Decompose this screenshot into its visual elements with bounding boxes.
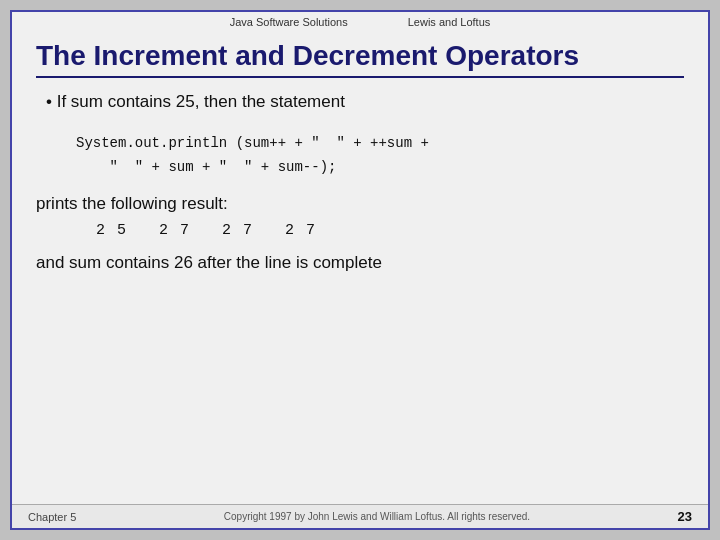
result-values: 25 27 27 27: [96, 222, 684, 239]
code-line-2: " " + sum + " " + sum--);: [76, 159, 336, 175]
summary-text: and sum contains 26 after the line is co…: [36, 253, 684, 273]
result-label: prints the following result:: [36, 194, 684, 214]
slide-content: The Increment and Decrement Operators If…: [12, 30, 708, 504]
code-line-1: System.out.println (sum++ + " " + ++sum …: [76, 135, 429, 151]
code-block: System.out.println (sum++ + " " + ++sum …: [76, 132, 684, 180]
footer-copyright: Copyright 1997 by John Lewis and William…: [76, 511, 677, 522]
slide-header: Java Software Solutions Lewis and Loftus: [12, 12, 708, 30]
bullet-1: If sum contains 25, then the statement: [36, 92, 684, 112]
slide-footer: Chapter 5 Copyright 1997 by John Lewis a…: [12, 504, 708, 528]
header-left: Java Software Solutions: [230, 16, 348, 28]
slide: Java Software Solutions Lewis and Loftus…: [10, 10, 710, 530]
footer-chapter: Chapter 5: [28, 511, 76, 523]
page-number: 23: [678, 509, 692, 524]
slide-title: The Increment and Decrement Operators: [36, 40, 684, 78]
header-right: Lewis and Loftus: [408, 16, 491, 28]
